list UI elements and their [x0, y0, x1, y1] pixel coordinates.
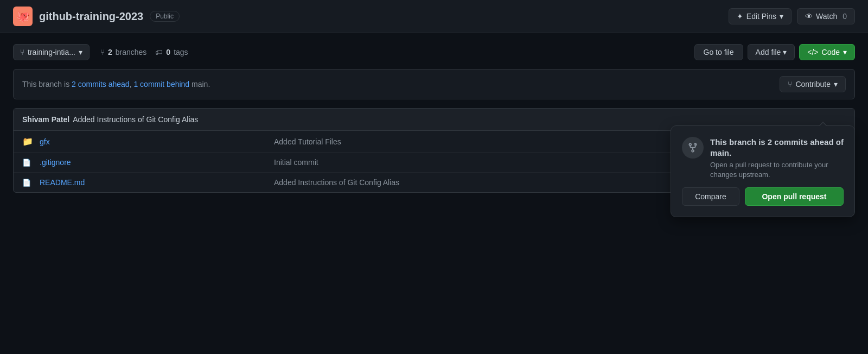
branch-selector-caret: ▾ [79, 48, 82, 56]
edit-pins-button[interactable]: ✦ Edit Pins ▾ [729, 8, 792, 24]
file-icon: 📄 [22, 159, 33, 167]
pin-icon: ✦ [737, 12, 743, 21]
dropdown-caret [819, 122, 827, 126]
file-name[interactable]: .gitignore [40, 158, 267, 167]
contribute-dropdown: This branch is 2 commits ahead of main. … [671, 125, 855, 217]
branch-bar: ⑂ training-intia... ▾ ⑂ 2 branches 🏷 0 t… [13, 44, 855, 60]
file-name[interactable]: README.md [40, 178, 267, 187]
folder-icon: 📁 [22, 136, 33, 147]
code-button[interactable]: </> Code ▾ [799, 44, 855, 60]
file-name[interactable]: gfx [40, 137, 267, 146]
ahead-behind-bar: This branch is 2 commits ahead, 1 commit… [13, 69, 855, 99]
contribute-dropdown-header: This branch is 2 commits ahead of main. … [682, 137, 844, 180]
contribute-dropdown-text: This branch is 2 commits ahead of main. … [710, 137, 844, 180]
contribute-button[interactable]: ⑂ Contribute ▾ [780, 76, 846, 92]
file-icon: 📄 [22, 179, 33, 187]
edit-pins-caret: ▾ [780, 12, 783, 21]
main-content: ⑂ training-intia... ▾ ⑂ 2 branches 🏷 0 t… [0, 33, 868, 204]
repo-avatar: 🐙 [13, 7, 33, 26]
branch-selector-icon: ⑂ [20, 48, 24, 56]
tags-count-item[interactable]: 🏷 0 tags [155, 48, 188, 56]
branch-bar-actions: Go to file Add file ▾ </> Code ▾ [694, 44, 855, 60]
top-bar-right: ✦ Edit Pins ▾ 👁 Watch 0 [729, 8, 855, 24]
branches-count-item[interactable]: ⑂ 2 branches [100, 48, 146, 56]
goto-file-button[interactable]: Go to file [694, 44, 743, 60]
ahead-link[interactable]: 2 commits ahead [72, 80, 130, 88]
add-file-button[interactable]: Add file ▾ [748, 44, 795, 60]
top-bar: 🐙 github-training-2023 Public ✦ Edit Pin… [0, 0, 868, 33]
compare-button[interactable]: Compare [682, 187, 739, 206]
repo-title: github-training-2023 [39, 10, 143, 23]
ahead-behind-text: This branch is 2 commits ahead, 1 commit… [22, 80, 210, 88]
branches-icon: ⑂ [100, 48, 105, 56]
contribute-icon: ⑂ [788, 80, 792, 88]
branch-selector[interactable]: ⑂ training-intia... ▾ [13, 44, 90, 60]
open-pull-request-button[interactable]: Open pull request [745, 187, 844, 206]
contribute-caret: ▾ [834, 80, 838, 88]
branch-meta: ⑂ 2 branches 🏷 0 tags [100, 48, 188, 56]
watch-button[interactable]: 👁 Watch 0 [797, 8, 855, 24]
visibility-badge: Public [150, 11, 180, 22]
contribute-circle-icon [682, 137, 704, 159]
add-file-caret: ▾ [783, 48, 787, 56]
top-bar-left: 🐙 github-training-2023 Public [13, 7, 180, 26]
eye-icon: 👁 [805, 12, 813, 21]
behind-link[interactable]: 1 commit behind [133, 80, 189, 88]
tag-icon: 🏷 [155, 48, 163, 56]
code-caret: ▾ [843, 48, 847, 56]
contribute-dropdown-actions: Compare Open pull request [682, 187, 844, 206]
code-icon: </> [807, 48, 818, 56]
